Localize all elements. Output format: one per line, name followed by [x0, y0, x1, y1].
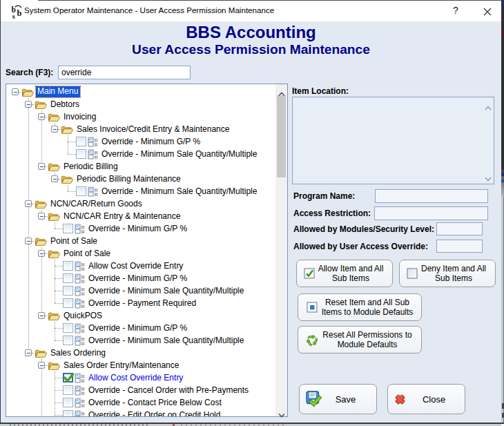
svg-text:s: s — [12, 12, 15, 19]
svg-text:b: b — [17, 8, 22, 18]
